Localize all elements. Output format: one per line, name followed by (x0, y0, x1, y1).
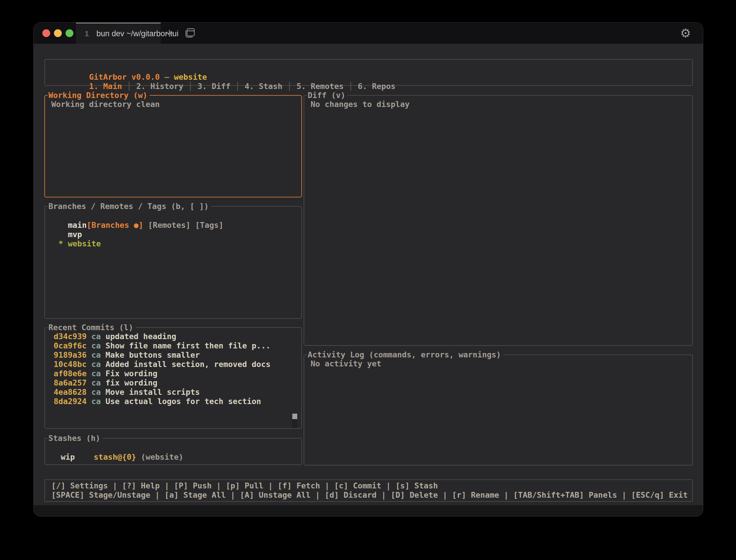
traffic-lights (42, 23, 73, 44)
commits-scrollbar-thumb[interactable] (292, 414, 297, 419)
activity-log-panel[interactable]: Activity Log (commands, errors, warnings… (303, 354, 693, 466)
diff-title: Diff (v) (307, 91, 348, 100)
working-directory-panel[interactable]: Working Directory (w) Working directory … (44, 95, 302, 197)
branch-item-current[interactable]: * website (49, 239, 101, 248)
close-button[interactable] (42, 29, 50, 37)
commit-row[interactable]: 0ca9f6c ca Show file name first then fil… (54, 341, 270, 350)
commit-row[interactable]: 8da2924 ca Use actual logos for tech sec… (54, 397, 261, 406)
commit-row[interactable]: 9189a36 ca Make buttons smaller (54, 350, 200, 360)
gear-icon: ⚙ (680, 27, 691, 39)
activity-log-title: Activity Log (commands, errors, warnings… (307, 350, 503, 359)
commit-row[interactable]: 10c48bc ca Added install section, remove… (54, 360, 270, 369)
working-directory-status: Working directory clean (51, 100, 160, 109)
zoom-button[interactable] (66, 29, 73, 37)
menu-separator: │ (127, 82, 131, 91)
keybindings-line1: [/] Settings | [?] Help | [P] Push | [p]… (51, 481, 688, 490)
stash-message: wip (51, 452, 75, 462)
stash-ref: stash@{0} (89, 452, 136, 461)
tab-diff[interactable]: 3. Diff (197, 82, 230, 91)
tab-history[interactable]: 2. History (136, 82, 183, 91)
diff-panel[interactable]: Diff (v) No changes to display (303, 95, 693, 346)
selector-tags[interactable]: [Tags] (195, 221, 223, 230)
working-directory-title: Working Directory (w) (48, 91, 150, 100)
stashes-title: Stashes (h) (48, 434, 103, 443)
header-panel: GitArbor v0.0.0 — website 1. Main │ 2. H… (44, 59, 693, 86)
commit-row[interactable]: 8a6a257 ca fix wording (54, 378, 157, 388)
stash-branch: (website) (136, 452, 183, 461)
tab-stash[interactable]: 4. Stash (245, 82, 282, 91)
tab-repos[interactable]: 6. Repos (358, 82, 396, 91)
branches-title: Branches / Remotes / Tags (b, [ ]) (48, 202, 211, 211)
branch-item[interactable]: mvp (49, 230, 82, 239)
terminal-content: GitArbor v0.0.0 — website 1. Main │ 2. H… (34, 44, 703, 505)
diff-empty-message: No changes to display (310, 100, 410, 109)
keybindings-line2: [SPACE] Stage/Unstage | [a] Stage All | … (51, 490, 688, 500)
settings-button[interactable]: ⚙ (677, 23, 694, 44)
tab-remotes[interactable]: 5. Remotes (296, 82, 343, 91)
plus-icon (164, 28, 175, 39)
keybinding-bar: [/] Settings | [?] Help | [P] Push | [p]… (44, 479, 693, 502)
commit-row[interactable]: af08e6e ca Fix wording (54, 369, 157, 378)
branch-item[interactable]: main (49, 221, 87, 230)
activity-log-empty-message: No activity yet (310, 359, 382, 368)
terminal-window: 1 bun dev ~/w/gitarbor-tui ⚙ GitArbor v0… (33, 22, 703, 517)
recent-commits-panel[interactable]: Recent Commits (l) d34c939 ca updated he… (44, 327, 302, 429)
tabs-overview-icon (183, 27, 196, 40)
commits-scrollbar[interactable] (292, 414, 297, 428)
selector-remotes[interactable]: [Remotes] (148, 221, 190, 230)
minimize-button[interactable] (54, 29, 62, 37)
tab-bar: 1 bun dev ~/w/gitarbor-tui ⚙ (34, 23, 703, 44)
new-tab-button[interactable] (161, 23, 178, 44)
tab-number: 1 (85, 29, 89, 38)
selector-branches[interactable]: [Branches ●] (87, 221, 143, 230)
tab-active[interactable]: 1 bun dev ~/w/gitarbor-tui (76, 23, 161, 44)
stashes-panel[interactable]: Stashes (h) stash@{0} (website) wip (44, 438, 302, 465)
commit-row[interactable]: 4ea8628 ca Move install scripts (54, 388, 200, 397)
branches-panel[interactable]: Branches / Remotes / Tags (b, [ ]) [Bran… (44, 206, 302, 319)
recent-commits-title: Recent Commits (l) (48, 323, 136, 332)
tab-overview-button[interactable] (181, 23, 198, 44)
tab-main[interactable]: 1. Main (89, 82, 122, 91)
commit-row[interactable]: d34c939 ca updated heading (54, 332, 176, 341)
